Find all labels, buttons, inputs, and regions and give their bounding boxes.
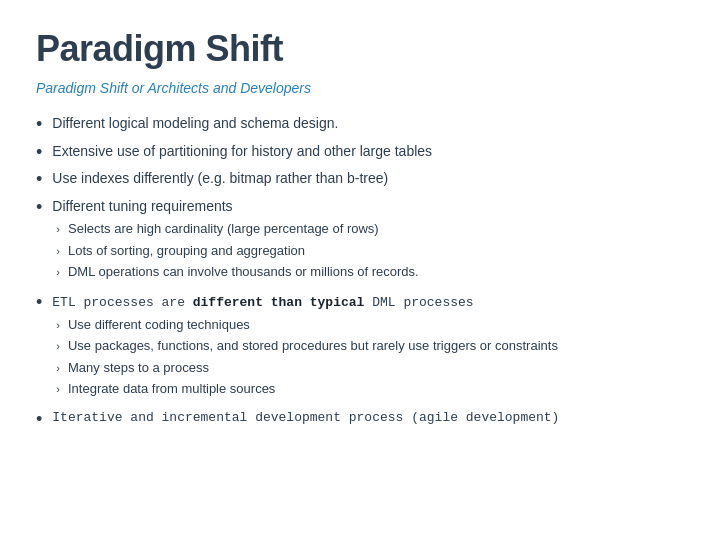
bullet-icon: • <box>36 143 42 161</box>
bullet-text: Different tuning requirements › Selects … <box>52 197 418 284</box>
bullet-icon: • <box>36 170 42 188</box>
list-item: • Extensive use of partitioning for hist… <box>36 142 684 162</box>
bullet-icon: • <box>36 198 42 216</box>
main-bullet-list: • Different logical modeling and schema … <box>36 114 684 428</box>
bullet-text: Iterative and incremental development pr… <box>52 409 559 427</box>
list-item: › Selects are high cardinality (large pe… <box>52 220 418 238</box>
list-item: • Use indexes differently (e.g. bitmap r… <box>36 169 684 189</box>
list-item: › Use different coding techniques <box>52 316 558 334</box>
list-item: › Use packages, functions, and stored pr… <box>52 337 558 355</box>
page-title: Paradigm Shift <box>36 28 684 70</box>
bullet-text: ETL processes are different than typical… <box>52 292 558 401</box>
arrow-icon: › <box>56 265 60 280</box>
arrow-icon: › <box>56 339 60 354</box>
bullet-icon: • <box>36 410 42 428</box>
bullet-text: Different logical modeling and schema de… <box>52 114 338 134</box>
arrow-icon: › <box>56 382 60 397</box>
arrow-icon: › <box>56 361 60 376</box>
arrow-icon: › <box>56 244 60 259</box>
list-item: • Different logical modeling and schema … <box>36 114 684 134</box>
list-item: • Iterative and incremental development … <box>36 409 684 428</box>
page-container: Paradigm Shift Paradigm Shift or Archite… <box>0 0 720 540</box>
list-item: • ETL processes are different than typic… <box>36 292 684 401</box>
bullet-icon: • <box>36 115 42 133</box>
page-subtitle: Paradigm Shift or Architects and Develop… <box>36 80 684 96</box>
list-item: › Lots of sorting, grouping and aggregat… <box>52 242 418 260</box>
sub-list: › Selects are high cardinality (large pe… <box>52 220 418 281</box>
list-item: • Different tuning requirements › Select… <box>36 197 684 284</box>
list-item: › DML operations can involve thousands o… <box>52 263 418 281</box>
arrow-icon: › <box>56 222 60 237</box>
arrow-icon: › <box>56 318 60 333</box>
bullet-text: Extensive use of partitioning for histor… <box>52 142 432 162</box>
sub-list: › Use different coding techniques › Use … <box>52 316 558 398</box>
list-item: › Integrate data from multiple sources <box>52 380 558 398</box>
list-item: › Many steps to a process <box>52 359 558 377</box>
bullet-text: Use indexes differently (e.g. bitmap rat… <box>52 169 388 189</box>
bullet-icon: • <box>36 293 42 311</box>
